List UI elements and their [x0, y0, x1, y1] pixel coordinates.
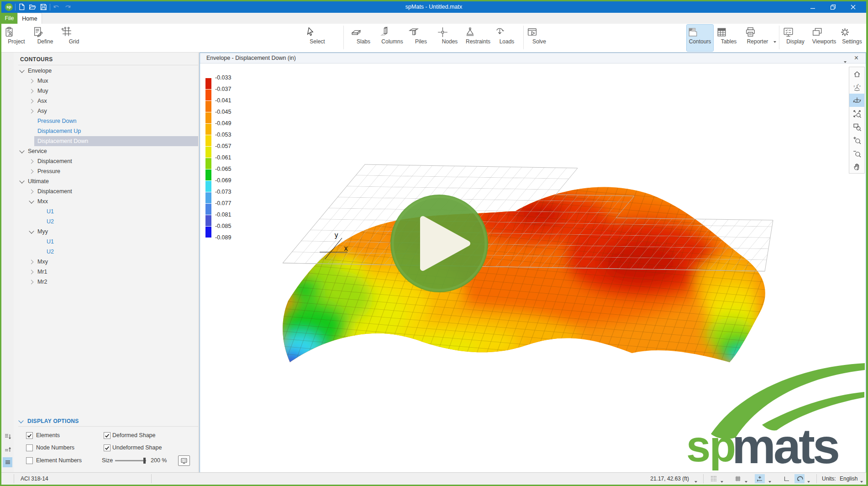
tree-item-pressure-down[interactable]: Pressure Down — [14, 116, 198, 126]
rotate-view-button[interactable] — [849, 94, 864, 107]
snap-dropdown[interactable] — [768, 478, 771, 484]
orbit-toggle[interactable] — [794, 474, 805, 483]
nodes-button[interactable]: Nodes — [437, 25, 463, 51]
tree-item-asx[interactable]: Asx — [14, 96, 198, 106]
tree-item-myy-u1[interactable]: U1 — [14, 237, 198, 247]
tree-item-myy[interactable]: Myy — [14, 227, 198, 237]
tree-item-mux[interactable]: Mux — [14, 76, 198, 86]
tree-item-myy-u2[interactable]: U2 — [14, 247, 198, 257]
solve-button[interactable]: Solve — [526, 25, 552, 51]
snap-toggle[interactable] — [755, 474, 765, 483]
dock-pin-up-button[interactable] — [3, 444, 12, 454]
reporter-button[interactable]: Reporter — [744, 25, 771, 51]
chevron-down-icon[interactable] — [19, 178, 24, 183]
restore-button[interactable] — [824, 1, 842, 13]
dock-pin-down-button[interactable] — [3, 432, 12, 442]
grid-dots-toggle[interactable] — [709, 474, 719, 483]
chevron-right-icon[interactable] — [29, 99, 34, 104]
tree-item-service-displacement[interactable]: Displacement — [14, 156, 198, 166]
tree-item-mxx-u1[interactable]: U1 — [14, 206, 198, 217]
chevron-down-icon[interactable] — [29, 228, 34, 233]
display-options-header[interactable]: DISPLAY OPTIONS — [14, 417, 198, 426]
tree-item-mxx-u2[interactable]: U2 — [14, 217, 198, 227]
chevron-right-icon[interactable] — [29, 190, 34, 194]
tree-item-mr2[interactable]: Mr2 — [14, 277, 198, 287]
chevron-right-icon[interactable] — [29, 260, 34, 264]
zoom-out-icon — [852, 149, 862, 158]
viewports-button[interactable]: Viewports — [811, 25, 837, 51]
chevron-down-icon[interactable] — [29, 198, 34, 203]
elements-checkbox[interactable] — [26, 432, 33, 439]
chevron-right-icon[interactable] — [29, 109, 34, 114]
tree-item-displacement-down-selected[interactable]: Displacement Down — [34, 136, 198, 146]
units-value[interactable]: English — [840, 473, 857, 485]
reporter-dropdown[interactable] — [773, 37, 776, 45]
tree-item-displacement-up[interactable]: Displacement Up — [14, 126, 198, 136]
play-button[interactable] — [390, 195, 488, 292]
zoom-window-button[interactable] — [849, 120, 864, 133]
settings-button[interactable]: Settings — [839, 25, 865, 51]
columns-button[interactable]: Columns — [379, 25, 405, 51]
close-icon — [850, 4, 856, 10]
orbit-dropdown[interactable] — [807, 478, 810, 484]
project-button[interactable]: Project — [3, 25, 30, 51]
close-button[interactable] — [844, 1, 862, 13]
chevron-down-icon[interactable] — [19, 148, 24, 153]
tree-item-service[interactable]: Service — [14, 146, 198, 156]
tables-button[interactable]: Tables — [715, 25, 742, 51]
element-numbers-checkbox[interactable] — [26, 457, 33, 464]
size-slider-thumb[interactable] — [143, 458, 146, 464]
zoom-in-button[interactable] — [849, 133, 864, 147]
tree-item-ultimate-displacement[interactable]: Displacement — [14, 186, 198, 196]
chevron-right-icon[interactable] — [29, 89, 34, 94]
display-settings-button[interactable] — [178, 455, 190, 466]
node-numbers-checkbox[interactable] — [26, 444, 33, 451]
tree-item-asy[interactable]: Asy — [14, 106, 198, 116]
lines-up-icon — [4, 446, 11, 453]
select-button[interactable]: Select — [304, 25, 331, 51]
grid-button[interactable]: Grid — [61, 25, 87, 51]
chevron-down-icon[interactable] — [19, 68, 24, 73]
pan-button[interactable] — [849, 160, 864, 173]
zoom-extents-button[interactable] — [849, 107, 864, 120]
chevron-right-icon[interactable] — [29, 79, 34, 84]
display-button[interactable]: Display — [782, 25, 809, 51]
define-button[interactable]: Define — [32, 25, 58, 51]
slabs-button[interactable]: Slabs — [350, 25, 377, 51]
tree-item-mr1[interactable]: Mr1 — [14, 267, 198, 277]
deformed-shape-checkbox[interactable] — [104, 432, 110, 439]
home-view-button[interactable] — [849, 67, 864, 80]
tree-item-service-pressure[interactable]: Pressure — [14, 166, 198, 176]
undeformed-shape-checkbox[interactable] — [104, 444, 110, 451]
dock-menu-button[interactable] — [3, 457, 12, 467]
units-dropdown[interactable] — [860, 478, 863, 484]
tree-item-envelope[interactable]: Envelope — [14, 66, 198, 76]
tab-file[interactable]: File — [1, 13, 17, 24]
tab-home[interactable]: Home — [17, 13, 42, 24]
grid-dots-dropdown[interactable] — [721, 478, 723, 484]
isometric-view-button[interactable]: yzx — [849, 80, 864, 94]
panel-title: CONTOURS — [20, 56, 53, 63]
grid-lines-toggle[interactable] — [733, 474, 743, 483]
panel-splitter[interactable] — [198, 53, 200, 473]
tree-item-mxy[interactable]: Mxy — [14, 257, 198, 267]
minimize-button[interactable] — [804, 1, 821, 13]
coordinates-dropdown[interactable] — [694, 478, 697, 484]
chevron-right-icon[interactable] — [29, 280, 34, 285]
contours-button[interactable]: Contours — [687, 25, 713, 51]
axes-toggle[interactable] — [781, 474, 791, 483]
chevron-right-icon[interactable] — [29, 270, 34, 275]
viewport-close-button[interactable]: × — [854, 53, 858, 63]
chevron-right-icon[interactable] — [29, 159, 34, 164]
zoom-out-button[interactable] — [849, 147, 864, 160]
piles-button[interactable]: Piles — [408, 25, 434, 51]
tree-item-muy[interactable]: Muy — [14, 86, 198, 96]
viewport-title: Envelope - Displacement Down (in) — [206, 53, 296, 63]
restraints-button[interactable]: Restraints — [464, 25, 492, 51]
tree-item-ultimate[interactable]: Ultimate — [14, 176, 198, 186]
tree-item-mxx[interactable]: Mxx — [14, 196, 198, 206]
size-slider[interactable] — [115, 460, 146, 461]
grid-lines-dropdown[interactable] — [745, 478, 747, 484]
chevron-right-icon[interactable] — [29, 169, 34, 174]
loads-button[interactable]: Loads — [494, 25, 520, 51]
